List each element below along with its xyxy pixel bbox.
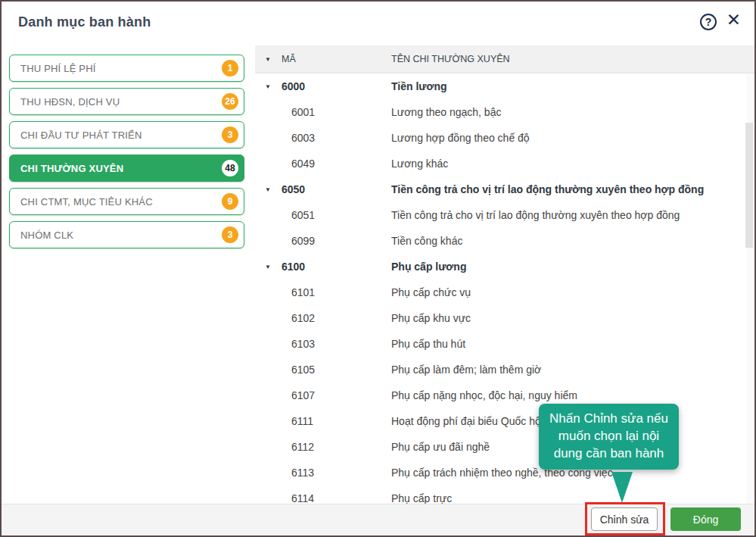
table-row[interactable]: ▼6000Tiền lương bbox=[255, 73, 754, 99]
table-row[interactable]: ▼6050Tiền công trả cho vị trí lao động t… bbox=[255, 176, 754, 202]
sidebar-category-label: THU HĐSN, DỊCH VỤ bbox=[20, 96, 222, 108]
row-code: 6107 bbox=[282, 389, 391, 401]
row-name: Phụ cấp trực bbox=[391, 492, 754, 504]
table-row[interactable]: 6049Lương khác bbox=[255, 151, 754, 176]
row-code: 6105 bbox=[282, 364, 391, 376]
row-code: 6100 bbox=[282, 261, 391, 273]
row-name: Phụ cấp nặng nhọc, độc hại, nguy hiểm bbox=[391, 389, 754, 401]
row-name: Phụ cấp lương bbox=[391, 261, 754, 273]
table-row[interactable]: 6114Phụ cấp trực bbox=[255, 485, 754, 504]
dialog-titlebar: Danh mục ban hành ? ✕ bbox=[2, 2, 754, 45]
table-row[interactable]: 6102Phụ cấp khu vực bbox=[255, 305, 754, 331]
row-code: 6101 bbox=[282, 286, 391, 298]
row-name: Phụ cấp thu hút bbox=[391, 338, 754, 350]
count-badge: 26 bbox=[222, 93, 238, 110]
sidebar-category-button[interactable]: THU PHÍ LỆ PHÍ1 bbox=[9, 55, 244, 82]
close-icon[interactable]: ✕ bbox=[726, 11, 741, 29]
table-row[interactable]: 6051Tiền công trả cho vị trí lao động th… bbox=[255, 202, 754, 228]
sidebar-category-button[interactable]: THU HĐSN, DỊCH VỤ26 bbox=[9, 88, 244, 115]
row-code: 6114 bbox=[282, 492, 391, 504]
dialog-title: Danh mục ban hành bbox=[18, 14, 151, 30]
sidebar-category-label: CHI THƯỜNG XUYÊN bbox=[20, 163, 222, 174]
sidebar-category-button[interactable]: CHI ĐẦU TƯ PHÁT TRIỂN3 bbox=[9, 121, 244, 148]
count-badge: 48 bbox=[222, 160, 238, 176]
row-name: Tiền công trả cho vị trí lao động thường… bbox=[391, 209, 754, 221]
table-body: ▼6000Tiền lương6001Lương theo ngạch, bậc… bbox=[255, 73, 754, 504]
table-row[interactable]: 6111Hoạt động phí đại biểu Quốc hội, đ bbox=[255, 408, 754, 434]
row-code: 6099 bbox=[282, 235, 391, 247]
table-header-row: ▼ MÃ TÊN CHI THƯỜNG XUYÊN bbox=[255, 45, 754, 73]
row-name: Phụ cấp khu vực bbox=[391, 312, 754, 324]
row-code: 6051 bbox=[282, 209, 391, 221]
help-icon[interactable]: ? bbox=[700, 14, 717, 30]
chevron-down-icon[interactable]: ▼ bbox=[265, 56, 282, 63]
close-button[interactable]: Đóng bbox=[670, 507, 741, 531]
table-row[interactable]: 6112Phụ cấp ưu đãi nghề bbox=[255, 434, 754, 460]
edit-button[interactable]: Chỉnh sửa bbox=[591, 507, 658, 531]
row-name: Lương hợp đồng theo chế độ bbox=[391, 132, 754, 144]
row-code: 6113 bbox=[282, 467, 391, 479]
table-scrollbar-track[interactable] bbox=[746, 74, 754, 504]
sidebar-category-button[interactable]: NHÓM CLK3 bbox=[9, 221, 244, 248]
category-sidebar: THU PHÍ LỆ PHÍ1THU HĐSN, DỊCH VỤ26CHI ĐẦ… bbox=[9, 55, 244, 254]
column-header-name: TÊN CHI THƯỜNG XUYÊN bbox=[391, 54, 754, 64]
table-scrollbar-thumb[interactable] bbox=[745, 123, 753, 248]
category-items-table: ▼ MÃ TÊN CHI THƯỜNG XUYÊN ▼6000Tiền lươn… bbox=[255, 45, 754, 504]
table-row[interactable]: 6103Phụ cấp thu hút bbox=[255, 331, 754, 357]
row-code: 6050 bbox=[282, 183, 391, 195]
sidebar-category-label: THU PHÍ LỆ PHÍ bbox=[20, 63, 222, 74]
table-row[interactable]: 6101Phụ cấp chức vụ bbox=[255, 279, 754, 305]
danh-muc-ban-hanh-dialog: Danh mục ban hành ? ✕ THU PHÍ LỆ PHÍ1THU… bbox=[0, 0, 756, 537]
tooltip-arrow bbox=[611, 472, 633, 503]
row-code: 6001 bbox=[282, 106, 391, 118]
row-name: Phụ cấp làm đêm; làm thêm giờ bbox=[391, 364, 754, 376]
chevron-down-icon[interactable]: ▼ bbox=[265, 83, 282, 90]
row-name: Tiền lương bbox=[391, 80, 754, 92]
count-badge: 3 bbox=[222, 126, 238, 143]
table-row[interactable]: ▼6100Phụ cấp lương bbox=[255, 254, 754, 279]
row-code: 6003 bbox=[282, 132, 391, 144]
count-badge: 1 bbox=[222, 60, 238, 76]
column-header-code: MÃ bbox=[282, 54, 391, 64]
row-name: Phụ cấp chức vụ bbox=[391, 286, 754, 298]
sidebar-category-label: CHI ĐẦU TƯ PHÁT TRIỂN bbox=[20, 130, 222, 141]
table-row[interactable]: 6099Tiền công khác bbox=[255, 228, 754, 254]
table-row[interactable]: 6113Phụ cấp trách nhiệm theo nghề, theo … bbox=[255, 460, 754, 485]
row-code: 6103 bbox=[282, 338, 391, 350]
sidebar-category-label: NHÓM CLK bbox=[20, 229, 222, 241]
row-code: 6102 bbox=[282, 312, 391, 324]
count-badge: 9 bbox=[222, 193, 238, 210]
row-name: Lương theo ngạch, bậc bbox=[391, 106, 754, 118]
row-name: Lương khác bbox=[391, 158, 754, 170]
row-name: Tiền công trả cho vị trí lao động thường… bbox=[391, 183, 754, 195]
sidebar-category-button[interactable]: CHI CTMT, MỤC TIÊU KHÁC9 bbox=[9, 188, 244, 215]
dialog-footer: Chỉnh sửa Đóng bbox=[2, 504, 754, 535]
sidebar-category-label: CHI CTMT, MỤC TIÊU KHÁC bbox=[20, 196, 222, 208]
table-row[interactable]: 6105Phụ cấp làm đêm; làm thêm giờ bbox=[255, 357, 754, 382]
table-row[interactable]: 6003Lương hợp đồng theo chế độ bbox=[255, 125, 754, 151]
table-row[interactable]: 6107Phụ cấp nặng nhọc, độc hại, nguy hiể… bbox=[255, 382, 754, 408]
chevron-down-icon[interactable]: ▼ bbox=[265, 264, 282, 270]
row-code: 6112 bbox=[282, 441, 391, 453]
edit-hint-tooltip: Nhấn Chỉnh sửa nếu muốn chọn lại nội dun… bbox=[539, 404, 679, 470]
row-code: 6000 bbox=[282, 80, 391, 92]
row-code: 6111 bbox=[282, 415, 391, 427]
chevron-down-icon[interactable]: ▼ bbox=[265, 186, 282, 193]
count-badge: 3 bbox=[222, 226, 238, 243]
row-code: 6049 bbox=[282, 158, 391, 170]
sidebar-category-button[interactable]: CHI THƯỜNG XUYÊN48 bbox=[9, 155, 244, 182]
row-name: Tiền công khác bbox=[391, 235, 754, 247]
table-row[interactable]: 6001Lương theo ngạch, bậc bbox=[255, 99, 754, 125]
